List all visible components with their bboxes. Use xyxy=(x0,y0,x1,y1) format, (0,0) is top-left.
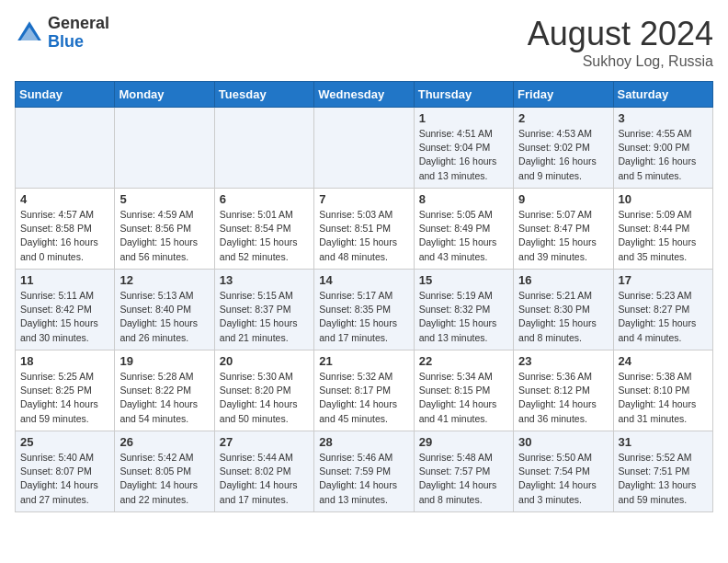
day-content: Sunrise: 5:17 AM Sunset: 8:35 PM Dayligh… xyxy=(319,289,408,345)
weekday-header-monday: Monday xyxy=(115,82,214,108)
calendar-cell: 22Sunrise: 5:34 AM Sunset: 8:15 PM Dayli… xyxy=(414,350,513,431)
calendar-week-3: 11Sunrise: 5:11 AM Sunset: 8:42 PM Dayli… xyxy=(16,270,713,350)
day-number: 24 xyxy=(619,354,708,368)
header: General Blue August 2024 Sukhoy Log, Rus… xyxy=(15,15,713,70)
day-number: 30 xyxy=(518,435,608,449)
logo-blue-text: Blue xyxy=(48,32,84,51)
day-content: Sunrise: 5:34 AM Sunset: 8:15 PM Dayligh… xyxy=(419,370,508,426)
day-content: Sunrise: 5:38 AM Sunset: 8:10 PM Dayligh… xyxy=(619,370,708,426)
calendar-cell: 6Sunrise: 5:01 AM Sunset: 8:54 PM Daylig… xyxy=(214,189,313,270)
calendar-cell: 4Sunrise: 4:57 AM Sunset: 8:58 PM Daylig… xyxy=(16,189,115,270)
day-content: Sunrise: 5:05 AM Sunset: 8:49 PM Dayligh… xyxy=(419,208,508,264)
day-number: 28 xyxy=(319,435,408,449)
day-content: Sunrise: 4:51 AM Sunset: 9:04 PM Dayligh… xyxy=(419,127,508,183)
calendar-cell: 20Sunrise: 5:30 AM Sunset: 8:20 PM Dayli… xyxy=(214,350,313,431)
calendar-cell xyxy=(16,108,115,189)
day-content: Sunrise: 4:53 AM Sunset: 9:02 PM Dayligh… xyxy=(518,127,608,183)
day-number: 6 xyxy=(220,192,309,206)
calendar-cell: 14Sunrise: 5:17 AM Sunset: 8:35 PM Dayli… xyxy=(314,270,414,350)
calendar-cell: 2Sunrise: 4:53 AM Sunset: 9:02 PM Daylig… xyxy=(514,108,613,189)
day-number: 7 xyxy=(319,192,408,206)
day-number: 3 xyxy=(619,111,708,125)
calendar-cell: 27Sunrise: 5:44 AM Sunset: 8:02 PM Dayli… xyxy=(214,431,313,512)
day-content: Sunrise: 5:44 AM Sunset: 8:02 PM Dayligh… xyxy=(220,451,309,507)
calendar-cell: 3Sunrise: 4:55 AM Sunset: 9:00 PM Daylig… xyxy=(613,108,712,189)
day-number: 13 xyxy=(220,273,309,287)
day-content: Sunrise: 5:25 AM Sunset: 8:25 PM Dayligh… xyxy=(20,370,109,426)
weekday-header-thursday: Thursday xyxy=(414,82,513,108)
day-content: Sunrise: 5:32 AM Sunset: 8:17 PM Dayligh… xyxy=(319,370,408,426)
day-number: 12 xyxy=(119,273,209,287)
day-content: Sunrise: 5:11 AM Sunset: 8:42 PM Dayligh… xyxy=(20,289,109,345)
calendar-cell: 21Sunrise: 5:32 AM Sunset: 8:17 PM Dayli… xyxy=(314,350,414,431)
logo-icon xyxy=(15,18,44,48)
day-number: 27 xyxy=(220,435,309,449)
calendar-cell: 16Sunrise: 5:21 AM Sunset: 8:30 PM Dayli… xyxy=(514,270,613,350)
calendar-cell: 25Sunrise: 5:40 AM Sunset: 8:07 PM Dayli… xyxy=(16,431,115,512)
calendar-cell xyxy=(115,108,214,189)
weekday-header-saturday: Saturday xyxy=(613,82,712,108)
day-number: 5 xyxy=(119,192,209,206)
logo: General Blue xyxy=(15,15,109,52)
day-number: 26 xyxy=(119,435,209,449)
calendar-cell: 8Sunrise: 5:05 AM Sunset: 8:49 PM Daylig… xyxy=(414,189,513,270)
calendar-cell: 26Sunrise: 5:42 AM Sunset: 8:05 PM Dayli… xyxy=(115,431,214,512)
calendar-cell: 13Sunrise: 5:15 AM Sunset: 8:37 PM Dayli… xyxy=(214,270,313,350)
day-number: 15 xyxy=(419,273,508,287)
title-area: August 2024 Sukhoy Log, Russia xyxy=(528,15,713,70)
calendar-cell xyxy=(214,108,313,189)
calendar-week-2: 4Sunrise: 4:57 AM Sunset: 8:58 PM Daylig… xyxy=(16,189,713,270)
calendar-cell: 9Sunrise: 5:07 AM Sunset: 8:47 PM Daylig… xyxy=(514,189,613,270)
logo-general-text: General xyxy=(48,14,109,32)
day-number: 19 xyxy=(119,354,209,368)
day-content: Sunrise: 5:46 AM Sunset: 7:59 PM Dayligh… xyxy=(319,451,408,507)
day-number: 1 xyxy=(419,111,508,125)
calendar-cell: 7Sunrise: 5:03 AM Sunset: 8:51 PM Daylig… xyxy=(314,189,414,270)
month-year: August 2024 xyxy=(528,15,713,53)
calendar-cell: 28Sunrise: 5:46 AM Sunset: 7:59 PM Dayli… xyxy=(314,431,414,512)
calendar-cell: 24Sunrise: 5:38 AM Sunset: 8:10 PM Dayli… xyxy=(613,350,712,431)
day-number: 21 xyxy=(319,354,408,368)
calendar-cell: 10Sunrise: 5:09 AM Sunset: 8:44 PM Dayli… xyxy=(613,189,712,270)
calendar-week-5: 25Sunrise: 5:40 AM Sunset: 8:07 PM Dayli… xyxy=(16,431,713,512)
day-content: Sunrise: 5:30 AM Sunset: 8:20 PM Dayligh… xyxy=(220,370,309,426)
day-content: Sunrise: 5:40 AM Sunset: 8:07 PM Dayligh… xyxy=(20,451,109,507)
day-content: Sunrise: 5:03 AM Sunset: 8:51 PM Dayligh… xyxy=(319,208,408,264)
day-content: Sunrise: 5:52 AM Sunset: 7:51 PM Dayligh… xyxy=(619,451,708,507)
day-number: 20 xyxy=(220,354,309,368)
day-content: Sunrise: 5:42 AM Sunset: 8:05 PM Dayligh… xyxy=(119,451,209,507)
calendar-cell: 19Sunrise: 5:28 AM Sunset: 8:22 PM Dayli… xyxy=(115,350,214,431)
day-content: Sunrise: 5:28 AM Sunset: 8:22 PM Dayligh… xyxy=(119,370,209,426)
calendar-cell: 15Sunrise: 5:19 AM Sunset: 8:32 PM Dayli… xyxy=(414,270,513,350)
day-content: Sunrise: 5:48 AM Sunset: 7:57 PM Dayligh… xyxy=(419,451,508,507)
day-content: Sunrise: 5:23 AM Sunset: 8:27 PM Dayligh… xyxy=(619,289,708,345)
calendar-cell: 31Sunrise: 5:52 AM Sunset: 7:51 PM Dayli… xyxy=(613,431,712,512)
calendar-cell: 11Sunrise: 5:11 AM Sunset: 8:42 PM Dayli… xyxy=(16,270,115,350)
calendar-cell: 23Sunrise: 5:36 AM Sunset: 8:12 PM Dayli… xyxy=(514,350,613,431)
day-number: 23 xyxy=(518,354,608,368)
day-number: 31 xyxy=(619,435,708,449)
day-content: Sunrise: 5:50 AM Sunset: 7:54 PM Dayligh… xyxy=(518,451,608,507)
day-content: Sunrise: 5:13 AM Sunset: 8:40 PM Dayligh… xyxy=(119,289,209,345)
day-number: 2 xyxy=(518,111,608,125)
day-content: Sunrise: 4:57 AM Sunset: 8:58 PM Dayligh… xyxy=(20,208,109,264)
day-number: 9 xyxy=(518,192,608,206)
day-content: Sunrise: 5:09 AM Sunset: 8:44 PM Dayligh… xyxy=(619,208,708,264)
day-content: Sunrise: 5:01 AM Sunset: 8:54 PM Dayligh… xyxy=(220,208,309,264)
day-content: Sunrise: 4:55 AM Sunset: 9:00 PM Dayligh… xyxy=(619,127,708,183)
day-content: Sunrise: 4:59 AM Sunset: 8:56 PM Dayligh… xyxy=(119,208,209,264)
day-number: 16 xyxy=(518,273,608,287)
calendar-cell: 17Sunrise: 5:23 AM Sunset: 8:27 PM Dayli… xyxy=(613,270,712,350)
day-content: Sunrise: 5:36 AM Sunset: 8:12 PM Dayligh… xyxy=(518,370,608,426)
weekday-header-sunday: Sunday xyxy=(16,82,115,108)
calendar-week-4: 18Sunrise: 5:25 AM Sunset: 8:25 PM Dayli… xyxy=(16,350,713,431)
weekday-header-row: SundayMondayTuesdayWednesdayThursdayFrid… xyxy=(16,82,713,108)
calendar-cell: 12Sunrise: 5:13 AM Sunset: 8:40 PM Dayli… xyxy=(115,270,214,350)
day-number: 29 xyxy=(419,435,508,449)
day-content: Sunrise: 5:15 AM Sunset: 8:37 PM Dayligh… xyxy=(220,289,309,345)
day-content: Sunrise: 5:19 AM Sunset: 8:32 PM Dayligh… xyxy=(419,289,508,345)
weekday-header-wednesday: Wednesday xyxy=(314,82,414,108)
calendar-cell: 1Sunrise: 4:51 AM Sunset: 9:04 PM Daylig… xyxy=(414,108,513,189)
weekday-header-friday: Friday xyxy=(514,82,613,108)
day-number: 25 xyxy=(20,435,109,449)
